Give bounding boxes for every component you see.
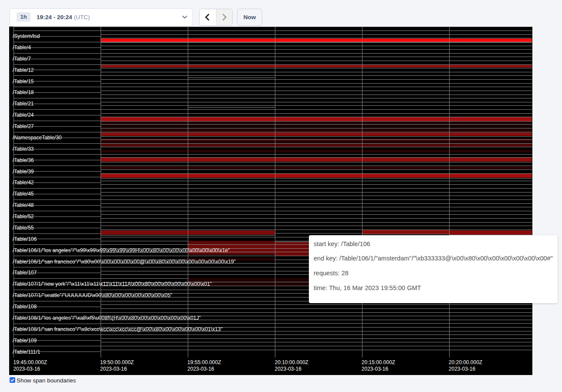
svg-text:/Table/109: /Table/109 <box>13 338 37 344</box>
svg-text:/NamespaceTable/30: /NamespaceTable/30 <box>13 135 62 141</box>
svg-text:/Table/4: /Table/4 <box>13 44 31 51</box>
svg-text:2023-03-16: 2023-03-16 <box>449 366 476 372</box>
svg-text:/Table/42: /Table/42 <box>13 179 34 186</box>
svg-text:/Table/106/1/"los angeles"/"\x: /Table/106/1/"los angeles"/"\x99\x99\x99… <box>13 247 230 253</box>
svg-text:/Table/33: /Table/33 <box>13 146 34 152</box>
svg-text:2023-03-16: 2023-03-16 <box>187 366 214 372</box>
svg-text:/Table/108/1/"san francisco"/": /Table/108/1/"san francisco"/"\x8c\xcc\x… <box>13 326 223 332</box>
svg-text:2023-03-16: 2023-03-16 <box>14 366 41 372</box>
svg-text:20:20:00.000Z: 20:20:00.000Z <box>449 359 482 365</box>
svg-text:/System/tsd: /System/tsd <box>13 33 40 39</box>
svg-text:/Table/55: /Table/55 <box>13 225 34 231</box>
svg-text:/Table/108: /Table/108 <box>13 304 37 310</box>
svg-text:/Table/21: /Table/21 <box>13 101 34 107</box>
svg-text:/Table/111/1: /Table/111/1 <box>13 349 41 355</box>
svg-text:2023-03-16: 2023-03-16 <box>275 366 302 372</box>
svg-text:19:45:00.000Z: 19:45:00.000Z <box>14 359 47 365</box>
svg-text:2023-03-16: 2023-03-16 <box>100 366 127 372</box>
svg-text:19:55:00.000Z: 19:55:00.000Z <box>187 359 221 365</box>
svg-text:19:50:00.000Z: 19:50:00.000Z <box>100 359 134 365</box>
svg-text:/Table/12: /Table/12 <box>13 67 34 73</box>
svg-text:/Table/107: /Table/107 <box>13 270 37 276</box>
svg-text:/Table/7: /Table/7 <box>13 56 31 62</box>
svg-text:/Table/48: /Table/48 <box>13 202 34 208</box>
svg-text:/Table/39: /Table/39 <box>13 169 34 175</box>
svg-text:/Table/18: /Table/18 <box>13 89 34 95</box>
svg-text:20:10:00.000Z: 20:10:00.000Z <box>275 359 308 365</box>
svg-text:/Table/24: /Table/24 <box>13 112 34 118</box>
svg-text:/Table/36: /Table/36 <box>13 157 34 163</box>
svg-text:2023-03-16: 2023-03-16 <box>362 366 389 372</box>
svg-text:/Table/108/1/"los angeles"/"\x: /Table/108/1/"los angeles"/"\xa8\xf5\u00… <box>13 315 201 321</box>
svg-text:/Table/45: /Table/45 <box>13 191 34 197</box>
svg-text:/Table/15: /Table/15 <box>13 78 34 84</box>
svg-text:/Table/107/1/"seattle"/"UUUUUU: /Table/107/1/"seattle"/"UUUUUUD\x00\x80\… <box>13 292 173 298</box>
svg-text:20:15:00.000Z: 20:15:00.000Z <box>362 359 395 365</box>
svg-text:/Table/52: /Table/52 <box>13 213 34 220</box>
svg-text:/Table/106/1/"san francisco"/": /Table/106/1/"san francisco"/"\x80\x00\x… <box>13 259 236 265</box>
svg-text:/Table/107/1/"new york"/"\x11\: /Table/107/1/"new york"/"\x11\x11\x11\x1… <box>13 281 212 287</box>
svg-text:/Table/27: /Table/27 <box>13 123 34 129</box>
svg-text:/Table/106: /Table/106 <box>13 236 37 242</box>
